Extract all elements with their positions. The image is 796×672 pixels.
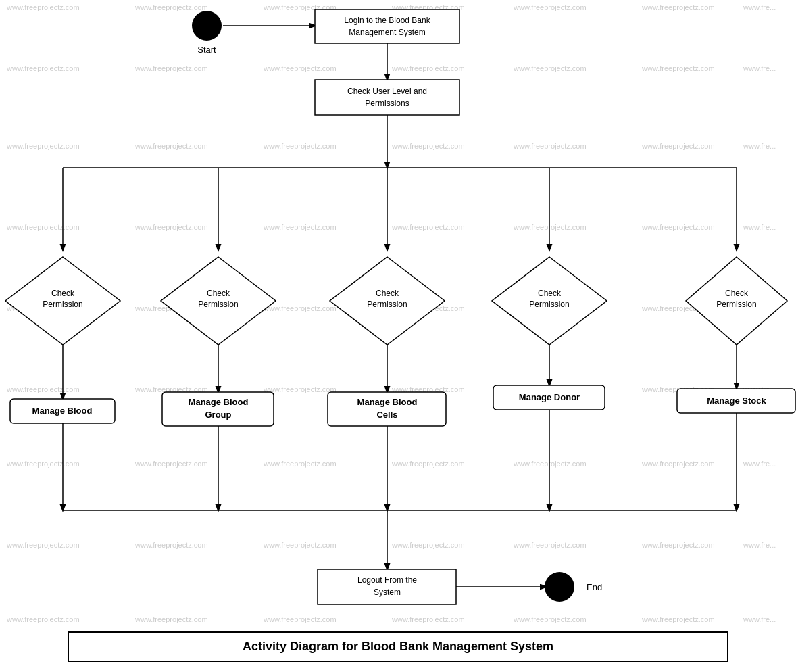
svg-text:www.freeprojectz.com: www.freeprojectz.com	[513, 3, 587, 11]
svg-text:www.freeprojectz.com: www.freeprojectz.com	[263, 64, 337, 72]
svg-text:www.freeprojectz.com: www.freeprojectz.com	[6, 615, 80, 623]
svg-text:www.fre...: www.fre...	[743, 541, 776, 549]
svg-text:www.freeprojectz.com: www.freeprojectz.com	[134, 541, 208, 549]
diagram-title: Activity Diagram for Blood Bank Manageme…	[68, 631, 728, 662]
check-permission-1-text-1: Check	[51, 289, 75, 298]
svg-text:www.freeprojectz.com: www.freeprojectz.com	[134, 460, 208, 468]
svg-text:www.freeprojectz.com: www.freeprojectz.com	[641, 615, 715, 623]
svg-text:www.freeprojectz.com: www.freeprojectz.com	[6, 3, 80, 11]
svg-text:www.freeprojectz.com: www.freeprojectz.com	[263, 142, 337, 150]
check-user-level-box	[315, 80, 459, 115]
manage-donor-text: Manage Donor	[519, 392, 580, 402]
svg-text:www.freeprojectz.com: www.freeprojectz.com	[263, 541, 337, 549]
manage-stock-text: Manage Stock	[707, 395, 766, 406]
svg-text:www.freeprojectz.com: www.freeprojectz.com	[641, 223, 715, 231]
svg-text:www.fre...: www.fre...	[743, 615, 776, 623]
svg-text:www.freeprojectz.com: www.freeprojectz.com	[641, 3, 715, 11]
manage-blood-text: Manage Blood	[32, 406, 93, 416]
flowchart-svg: www.freeprojectz.com www.freeprojectz.co…	[0, 0, 796, 672]
check-permission-2-text-1: Check	[207, 289, 230, 298]
svg-text:www.fre...: www.fre...	[743, 64, 776, 72]
check-permission-1-text-2: Permission	[43, 299, 82, 309]
svg-text:www.freeprojectz.com: www.freeprojectz.com	[6, 142, 80, 150]
logout-text-1: Logout From the	[357, 575, 417, 585]
svg-text:www.freeprojectz.com: www.freeprojectz.com	[134, 615, 208, 623]
logout-box	[318, 569, 456, 604]
login-text-2: Management System	[349, 28, 425, 37]
svg-text:www.freeprojectz.com: www.freeprojectz.com	[513, 64, 587, 72]
svg-text:www.freeprojectz.com: www.freeprojectz.com	[6, 223, 80, 231]
logout-text-2: System	[374, 587, 401, 597]
check-permission-4-text-1: Check	[538, 289, 562, 298]
svg-text:www.freeprojectz.com: www.freeprojectz.com	[263, 223, 337, 231]
svg-text:www.freeprojectz.com: www.freeprojectz.com	[641, 142, 715, 150]
svg-text:www.freeprojectz.com: www.freeprojectz.com	[263, 385, 337, 393]
svg-text:www.freeprojectz.com: www.freeprojectz.com	[391, 223, 465, 231]
check-permission-3-text-2: Permission	[367, 299, 407, 309]
svg-text:www.freeprojectz.com: www.freeprojectz.com	[134, 64, 208, 72]
login-text-1: Login to the Blood Bank	[344, 16, 430, 25]
end-circle	[545, 572, 574, 602]
manage-blood-group-text-2: Group	[205, 410, 232, 420]
svg-text:www.freeprojectz.com: www.freeprojectz.com	[263, 460, 337, 468]
svg-text:www.freeprojectz.com: www.freeprojectz.com	[391, 64, 465, 72]
check-permission-5-text-1: Check	[725, 289, 749, 298]
diagram-container: www.freeprojectz.com www.freeprojectz.co…	[0, 0, 796, 672]
login-box	[315, 9, 459, 43]
manage-blood-cells-text-1: Manage Blood	[357, 397, 418, 407]
svg-text:www.freeprojectz.com: www.freeprojectz.com	[6, 541, 80, 549]
svg-text:www.freeprojectz.com: www.freeprojectz.com	[391, 615, 465, 623]
svg-text:www.fre...: www.fre...	[743, 3, 776, 11]
svg-text:www.freeprojectz.com: www.freeprojectz.com	[6, 460, 80, 468]
svg-text:www.freeprojectz.com: www.freeprojectz.com	[391, 541, 465, 549]
svg-text:www.freeprojectz.com: www.freeprojectz.com	[134, 223, 208, 231]
svg-text:www.freeprojectz.com: www.freeprojectz.com	[134, 3, 208, 11]
svg-text:www.freeprojectz.com: www.freeprojectz.com	[513, 615, 587, 623]
manage-blood-cells-text-2: Cells	[376, 410, 397, 420]
manage-blood-group-text-1: Manage Blood	[189, 397, 249, 407]
check-permission-2-text-2: Permission	[198, 299, 238, 309]
check-permission-4-text-2: Permission	[529, 299, 569, 309]
end-label: End	[587, 582, 602, 592]
svg-text:www.freeprojectz.com: www.freeprojectz.com	[641, 460, 715, 468]
check-permission-5-text-2: Permission	[716, 299, 756, 309]
svg-text:www.freeprojectz.com: www.freeprojectz.com	[641, 64, 715, 72]
check-permission-3-text-1: Check	[376, 289, 399, 298]
svg-text:www.fre...: www.fre...	[743, 142, 776, 150]
svg-text:www.freeprojectz.com: www.freeprojectz.com	[513, 541, 587, 549]
svg-text:www.freeprojectz.com: www.freeprojectz.com	[391, 142, 465, 150]
svg-text:www.freeprojectz.com: www.freeprojectz.com	[263, 304, 337, 312]
svg-text:www.freeprojectz.com: www.freeprojectz.com	[134, 142, 208, 150]
svg-text:www.freeprojectz.com: www.freeprojectz.com	[641, 541, 715, 549]
svg-text:www.freeprojectz.com: www.freeprojectz.com	[6, 385, 80, 393]
svg-text:www.freeprojectz.com: www.freeprojectz.com	[263, 615, 337, 623]
start-circle	[192, 11, 222, 41]
svg-text:www.fre...: www.fre...	[743, 223, 776, 231]
check-user-text-2: Permissions	[365, 99, 409, 108]
start-label: Start	[197, 45, 216, 55]
svg-text:www.freeprojectz.com: www.freeprojectz.com	[513, 142, 587, 150]
check-user-text-1: Check User Level and	[347, 87, 427, 96]
svg-text:www.freeprojectz.com: www.freeprojectz.com	[6, 64, 80, 72]
svg-text:www.fre...: www.fre...	[743, 460, 776, 468]
svg-text:www.freeprojectz.com: www.freeprojectz.com	[391, 460, 465, 468]
